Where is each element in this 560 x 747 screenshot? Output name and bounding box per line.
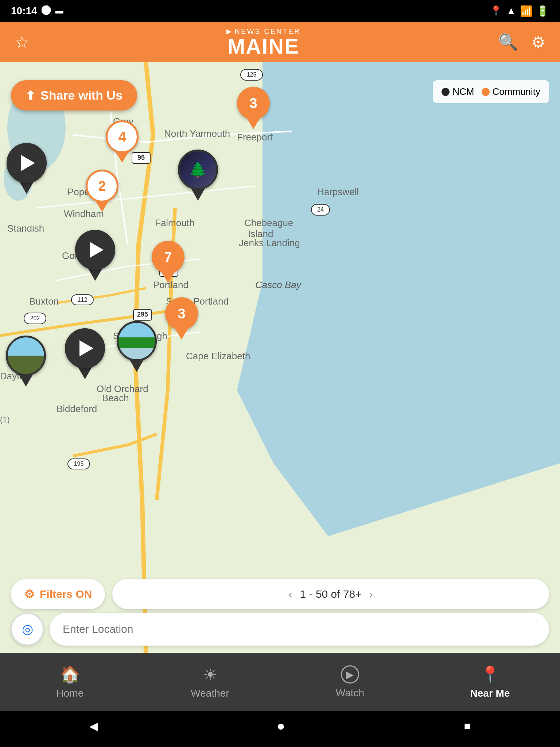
legend-ncm: NCM <box>442 86 474 97</box>
pin-photo-2-tail <box>129 359 144 372</box>
battery-icon: ▬ <box>55 6 63 16</box>
app-header: ☆ ▶ NEWS CENTER MAINE 🔍 ⚙ <box>0 22 560 62</box>
status-icons: 📍 ▲ 📶 🔋 <box>490 5 549 17</box>
svg-text:202: 202 <box>30 315 40 321</box>
pin-7[interactable]: 7 <box>152 241 184 283</box>
filters-button[interactable]: ⚙ Filters ON <box>11 579 105 609</box>
pin-3-south-circle: 3 <box>165 297 198 330</box>
android-home-button[interactable]: ● <box>277 718 285 734</box>
filters-pagination-bar: ⚙ Filters ON ‹ 1 - 50 of 78+ › <box>11 579 549 609</box>
pin-3-south[interactable]: 3 <box>165 297 198 340</box>
svg-text:North Yarmouth: North Yarmouth <box>164 128 230 139</box>
map-container[interactable]: 95 2 295 202 112 195 125 9 24 Raymond Gr… <box>0 62 560 653</box>
nav-weather[interactable]: ☀ Weather <box>140 662 280 703</box>
pin-4[interactable]: 4 <box>106 120 139 163</box>
pin-photo-3-tail <box>19 374 33 387</box>
pagination-text: 1 - 50 of 78+ <box>300 588 362 600</box>
svg-text:112: 112 <box>78 297 88 303</box>
gps-location-button[interactable]: ◎ <box>11 613 44 646</box>
pin-3-south-tail <box>175 329 188 340</box>
nav-weather-label: Weather <box>191 688 229 699</box>
search-icon: 🔍 <box>498 32 518 51</box>
pin-video-2-tail <box>88 268 102 281</box>
svg-text:125: 125 <box>247 71 257 78</box>
pin-video-3-circle <box>65 328 105 368</box>
nav-watch-label: Watch <box>336 687 364 699</box>
pagination-control: ‹ 1 - 50 of 78+ › <box>112 579 549 609</box>
header-actions: 🔍 ⚙ <box>498 32 545 51</box>
pin-video-1[interactable] <box>7 143 47 194</box>
svg-text:Biddeford: Biddeford <box>57 403 97 414</box>
filters-label: Filters ON <box>40 588 92 600</box>
nav-watch[interactable]: ▶ Watch <box>280 662 420 703</box>
location-search-bar: ◎ <box>0 613 560 646</box>
ncm-dot <box>442 88 450 96</box>
watch-icon: ▶ <box>341 665 359 684</box>
svg-text:195: 195 <box>74 461 84 467</box>
share-label: Share with Us <box>40 88 122 102</box>
svg-text:295: 295 <box>137 311 148 318</box>
pin-video-3[interactable] <box>65 328 105 379</box>
settings-button[interactable]: ⚙ <box>531 33 545 51</box>
pin-video-1-circle <box>7 143 47 183</box>
pin-2-tail <box>96 201 109 212</box>
ncm-label: NCM <box>452 86 474 97</box>
play-icon-3 <box>79 340 93 356</box>
play-icon-2 <box>90 242 104 258</box>
location-input[interactable] <box>50 613 549 646</box>
android-navigation: ◀ ● ■ <box>0 711 560 740</box>
pin-3-freeport-tail <box>247 118 260 129</box>
svg-text:(1): (1) <box>0 415 10 424</box>
svg-text:Cape Elizabeth: Cape Elizabeth <box>186 351 250 361</box>
svg-text:Chebeague: Chebeague <box>244 217 293 228</box>
logo-maine: MAINE <box>228 36 299 57</box>
time-display: 10:14 <box>11 5 37 17</box>
battery-level-icon: 🔋 <box>536 5 549 17</box>
home-icon: 🏠 <box>60 665 80 684</box>
map-legend: NCM Community <box>433 80 549 103</box>
pin-2[interactable]: 2 <box>86 170 118 212</box>
search-button[interactable]: 🔍 <box>498 32 518 51</box>
svg-text:24: 24 <box>317 206 324 213</box>
near-me-icon: 📍 <box>480 665 500 684</box>
pin-photo-3[interactable] <box>6 336 46 387</box>
play-icon-1 <box>21 155 35 171</box>
pin-2-circle: 2 <box>86 170 118 202</box>
headphone-icon: ⓿ <box>42 5 51 17</box>
gps-icon: ◎ <box>22 622 33 637</box>
community-dot <box>482 88 490 96</box>
svg-text:Falmouth: Falmouth <box>155 217 194 228</box>
weather-icon: ☀ <box>203 665 217 684</box>
app-logo: ▶ NEWS CENTER MAINE <box>226 27 301 57</box>
back-icon: ◀ <box>89 720 98 732</box>
pin-video-3-tail <box>78 367 92 379</box>
pin-photo-1[interactable]: 🌲 <box>178 150 218 201</box>
svg-text:Freeport: Freeport <box>237 132 273 143</box>
favorites-button[interactable]: ☆ <box>15 33 29 51</box>
next-page-button[interactable]: › <box>369 587 373 601</box>
nav-near-me[interactable]: 📍 Near Me <box>420 661 560 703</box>
pin-3-freeport-circle: 3 <box>237 87 270 120</box>
pin-7-circle: 7 <box>152 241 184 274</box>
nav-home[interactable]: 🏠 Home <box>0 661 140 703</box>
status-bar: 10:14 ⓿ ▬ 📍 ▲ 📶 🔋 <box>0 0 560 22</box>
pin-photo-2[interactable] <box>117 321 157 372</box>
android-back-button[interactable]: ◀ <box>89 720 98 732</box>
prev-page-button[interactable]: ‹ <box>288 587 292 601</box>
photo-2-content <box>118 323 155 359</box>
pin-4-tail <box>116 152 129 163</box>
star-icon: ☆ <box>15 33 29 51</box>
pin-3-freeport[interactable]: 3 <box>237 87 270 129</box>
svg-text:Jenks Landing: Jenks Landing <box>239 237 300 248</box>
share-with-us-button[interactable]: ⬆ Share with Us <box>11 80 137 111</box>
signal-icon: 📶 <box>520 5 533 17</box>
location-icon: 📍 <box>490 5 502 17</box>
svg-text:Casco Bay: Casco Bay <box>255 279 302 290</box>
pin-video-2[interactable] <box>75 230 115 281</box>
wifi-icon: ▲ <box>506 5 516 17</box>
filters-icon: ⚙ <box>24 587 35 601</box>
svg-text:Harpswell: Harpswell <box>317 186 359 197</box>
android-recent-button[interactable]: ■ <box>464 720 471 732</box>
legend-community: Community <box>482 86 540 97</box>
svg-text:Beach: Beach <box>102 392 129 403</box>
